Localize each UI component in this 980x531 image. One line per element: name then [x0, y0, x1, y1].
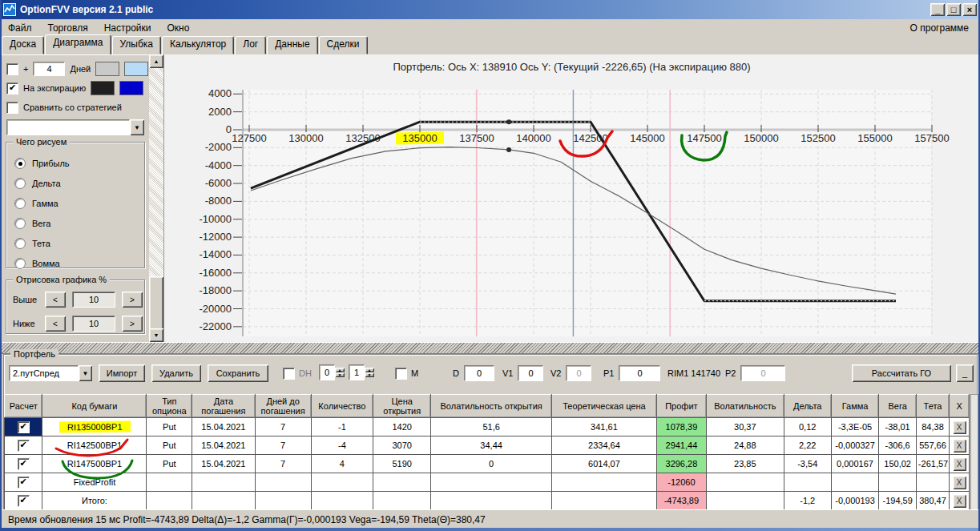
table-cell: -261,57: [916, 455, 949, 473]
draw-group-title: Чего рисуем: [13, 137, 70, 147]
minimize-button[interactable]: _: [930, 3, 945, 16]
splitter-handle[interactable]: [2, 342, 978, 354]
column-header-Гамма[interactable]: Гамма: [831, 395, 879, 418]
tab-Лог[interactable]: Лог: [235, 36, 266, 54]
column-header-Волатильность[interactable]: Волатильность: [706, 395, 784, 418]
row-checkbox[interactable]: [18, 458, 30, 470]
chevron-down-icon[interactable]: ▼: [130, 119, 144, 135]
spin-down-icon[interactable]: ▼: [335, 372, 345, 377]
decrease-button[interactable]: <: [45, 316, 66, 332]
row-delete-button[interactable]: X: [953, 457, 966, 471]
v2-input[interactable]: [566, 365, 591, 381]
menu-item-1[interactable]: Торговля: [40, 20, 96, 36]
column-header-Расчет[interactable]: Расчет: [5, 395, 42, 418]
spin-down-icon[interactable]: ▼: [365, 372, 374, 377]
days-color-swatch-2[interactable]: [124, 62, 148, 76]
dh-spinner-2[interactable]: ▲▼: [349, 364, 374, 380]
column-header-Цена открытия[interactable]: Цена открытия: [373, 395, 431, 418]
expiry-checkbox[interactable]: [6, 82, 18, 95]
dh-spinner-1-input[interactable]: [319, 364, 335, 380]
strategy-dropdown[interactable]: ▼: [6, 119, 144, 135]
scroll-up-icon[interactable]: ▲: [149, 54, 163, 68]
dh-spinner-1[interactable]: ▲▼: [319, 364, 345, 380]
chevron-down-icon[interactable]: ▼: [79, 365, 92, 381]
column-header-Волатильность открытия[interactable]: Волатильность открытия: [431, 395, 552, 418]
import-button[interactable]: Импорт: [99, 364, 145, 382]
row-checkbox[interactable]: [18, 477, 30, 489]
radio-option-Тета[interactable]: Тета: [14, 238, 144, 249]
row-delete-button[interactable]: X: [953, 420, 966, 434]
radio-icon[interactable]: [14, 158, 26, 169]
decrease-button[interactable]: <: [45, 292, 66, 308]
dh-spinner-2-input[interactable]: [349, 364, 365, 380]
tab-Сделки[interactable]: Сделки: [319, 36, 368, 54]
maximize-button[interactable]: □: [946, 3, 961, 16]
tab-Диаграмма[interactable]: Диаграмма: [45, 34, 111, 54]
column-header-Теоретическая цена[interactable]: Теоретическая цена: [551, 395, 656, 418]
column-header-Тип опциона[interactable]: Тип опциона: [147, 395, 192, 418]
radio-option-Вомма[interactable]: Вомма: [14, 258, 144, 269]
table-scrollbar[interactable]: [970, 394, 978, 510]
svg-text:4000: 4000: [208, 87, 232, 99]
save-button[interactable]: Сохранить: [208, 364, 268, 382]
menu-item-about[interactable]: О программе: [910, 22, 980, 34]
scroll-down-icon[interactable]: ▼: [149, 328, 163, 342]
row-checkbox[interactable]: [18, 440, 30, 452]
column-header-Количество[interactable]: Количество: [311, 395, 373, 418]
radio-icon[interactable]: [14, 198, 26, 209]
days-color-swatch-1[interactable]: [95, 62, 119, 76]
payoff-chart[interactable]: 400020000-2000-4000-6000-8000-10000-1200…: [164, 54, 979, 342]
column-header-Тета[interactable]: Тета: [916, 395, 949, 418]
v1-input[interactable]: [518, 365, 543, 381]
scrollbar-thumb[interactable]: [149, 276, 163, 330]
days-input[interactable]: [33, 62, 65, 76]
radio-icon[interactable]: [14, 238, 26, 249]
column-header-Код бумаги[interactable]: Код бумаги: [42, 395, 147, 418]
row-checkbox[interactable]: [18, 495, 30, 507]
radio-icon[interactable]: [14, 178, 26, 189]
d-input[interactable]: [464, 365, 494, 381]
radio-icon[interactable]: [14, 218, 26, 229]
radio-option-Прибыль[interactable]: Прибыль: [14, 158, 144, 169]
expiry-color-swatch-2[interactable]: [119, 81, 143, 95]
collapse-button[interactable]: _: [956, 364, 974, 382]
column-header-Дельта[interactable]: Дельта: [784, 395, 831, 418]
column-header-Дней до погашения[interactable]: Дней до погашения: [255, 395, 311, 418]
tab-Доска[interactable]: Доска: [2, 36, 44, 54]
tab-Калькулятор[interactable]: Калькулятор: [162, 36, 234, 54]
radio-option-Дельта[interactable]: Дельта: [14, 178, 144, 189]
p1-input[interactable]: [619, 365, 660, 381]
increase-button[interactable]: >: [122, 292, 143, 308]
dh-checkbox[interactable]: [283, 368, 295, 380]
column-header-Дата погашения[interactable]: Дата погашения: [192, 395, 255, 418]
row-delete-button[interactable]: X: [953, 476, 966, 489]
menu-item-2[interactable]: Настройки: [96, 20, 159, 36]
radio-icon[interactable]: [14, 258, 26, 269]
menu-item-3[interactable]: Окно: [159, 20, 198, 36]
p2-input[interactable]: [740, 365, 785, 381]
tab-Улыбка[interactable]: Улыбка: [112, 36, 162, 54]
portfolio-dropdown[interactable]: 2.путСпред ▼: [9, 364, 92, 382]
column-header-X[interactable]: X: [950, 395, 970, 418]
close-button[interactable]: ×: [962, 3, 977, 16]
expiry-color-swatch-1[interactable]: [91, 81, 115, 95]
row-delete-button[interactable]: X: [953, 494, 966, 508]
days-checkbox[interactable]: [6, 63, 18, 75]
m-checkbox[interactable]: [395, 368, 407, 380]
table-cell: 7: [255, 436, 311, 455]
row-checkbox[interactable]: [18, 421, 30, 433]
yellow-marked-code[interactable]: RI135000BP1: [59, 421, 131, 433]
radio-label: Гамма: [32, 199, 58, 208]
row-delete-button[interactable]: X: [953, 439, 966, 453]
tab-Данные[interactable]: Данные: [267, 36, 317, 54]
column-header-Вега[interactable]: Вега: [879, 395, 916, 418]
increase-button[interactable]: >: [122, 316, 143, 332]
menu-item-0[interactable]: Файл: [0, 20, 40, 36]
calculate-go-button[interactable]: Рассчитать ГО: [852, 364, 951, 382]
sidebar-scrollbar[interactable]: ▲ ▼: [149, 54, 163, 342]
delete-button[interactable]: Удалить: [151, 364, 201, 382]
compare-checkbox[interactable]: [6, 102, 18, 114]
column-header-Профит[interactable]: Профит: [656, 395, 706, 418]
radio-option-Вега[interactable]: Вега: [14, 218, 144, 229]
radio-option-Гамма[interactable]: Гамма: [14, 198, 144, 209]
